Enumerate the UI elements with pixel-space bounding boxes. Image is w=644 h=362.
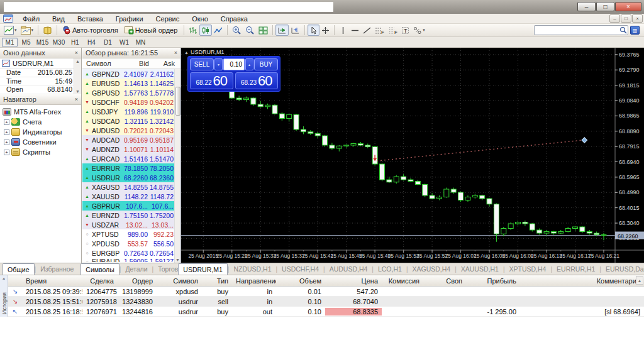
volume-input[interactable] bbox=[223, 58, 245, 70]
timeframe-m15[interactable]: M15 bbox=[35, 38, 50, 47]
minimize-button[interactable]: – bbox=[577, 2, 596, 11]
collapse-icon[interactable]: ▲ bbox=[184, 50, 189, 55]
history-column-4[interactable]: Тип bbox=[202, 277, 232, 285]
trendline-tool-button[interactable] bbox=[361, 25, 373, 36]
timeframe-mn[interactable]: MN bbox=[133, 38, 148, 47]
market-watch-column-ask[interactable]: Ask bbox=[149, 60, 175, 67]
buy-price-display[interactable]: 68.23 60 bbox=[235, 72, 279, 89]
chat-icon[interactable]: ▥ bbox=[630, 26, 640, 35]
tile-windows-button[interactable] bbox=[257, 25, 270, 36]
market-watch-row-eurgbp[interactable]: ○EURGBP0.726430.72654 bbox=[82, 248, 175, 258]
market-watch-row-eurrur[interactable]: ▲EURRUR78.185078.2050 bbox=[82, 163, 175, 173]
volume-increase-button[interactable]: ▴ bbox=[245, 58, 253, 70]
timeframe-m30[interactable]: M30 bbox=[51, 38, 67, 47]
history-center-button[interactable] bbox=[41, 25, 54, 36]
market-watch-row-usdcad[interactable]: ▲USDCAD1.321151.32142 bbox=[82, 116, 175, 126]
close-icon[interactable]: × bbox=[75, 96, 78, 102]
menu-item-2[interactable]: Вставка bbox=[71, 14, 109, 23]
scroll-up-icon[interactable]: ▲ bbox=[75, 59, 80, 63]
history-scroll-up[interactable]: ▲ bbox=[636, 276, 643, 285]
market-watch-row-gbprur[interactable]: ▲GBPRUR107.6...107.6... bbox=[82, 201, 175, 211]
market-watch-row-xpdusd[interactable]: ○XPDUSD553.57556.50 bbox=[82, 239, 175, 248]
data-window-header[interactable]: Окно данных × bbox=[0, 48, 81, 58]
chart-tab-usdchf-h4[interactable]: USDCHF,H4 bbox=[277, 263, 323, 275]
chart-tab-xauusd-h1[interactable]: XAUUSD,H1 bbox=[457, 263, 503, 275]
history-column-5[interactable]: Направление bbox=[232, 277, 276, 285]
volume-decrease-button[interactable]: ▾ bbox=[214, 58, 223, 70]
timeframe-m5[interactable]: M5 bbox=[18, 38, 34, 47]
navigator-tab-1[interactable]: Избранное bbox=[36, 263, 78, 275]
market-watch-header[interactable]: Обзор рынка: 16:21:55 × bbox=[82, 48, 180, 58]
history-row-2[interactable]: ↖2015.08.25 16:18:551207697113244816usdr… bbox=[8, 307, 644, 317]
chart-tab-eurrur-h1[interactable]: EURRUR,H1 bbox=[552, 263, 599, 275]
history-row-1[interactable]: ↘2015.08.25 15:51:041207591813243830usdr… bbox=[8, 297, 644, 307]
zoom-out-button[interactable] bbox=[243, 25, 257, 36]
menu-item-6[interactable]: Справка bbox=[214, 14, 254, 23]
scroll-down-icon[interactable]: ▼ bbox=[75, 89, 80, 94]
menu-item-5[interactable]: Окно bbox=[186, 14, 214, 23]
child-close-button[interactable]: × bbox=[632, 14, 643, 23]
chart-tab-usdrur-m1[interactable]: USDRUR,M1 bbox=[178, 263, 227, 275]
expand-icon[interactable]: + bbox=[4, 129, 9, 135]
market-watch-row-usdjpy[interactable]: ▲USDJPY119.896119.910 bbox=[82, 107, 175, 116]
market-watch-row-eurnzd[interactable]: ▲EURNZD1.751501.75200 bbox=[82, 211, 175, 220]
market-watch-tab-1[interactable]: Детали bbox=[121, 263, 152, 275]
navigator-root[interactable]: MT5 Alfa-Forex bbox=[3, 107, 81, 117]
navigator-header[interactable]: Навигатор × bbox=[0, 94, 81, 105]
data-window-scrollbar[interactable]: ▲ ▼ bbox=[74, 58, 81, 94]
market-watch-scrollbar[interactable]: ▼ bbox=[174, 69, 180, 263]
zoom-in-button[interactable] bbox=[230, 25, 243, 36]
market-watch-column-символ[interactable]: Символ bbox=[82, 60, 120, 67]
market-watch-row-audcad[interactable]: ▼AUDCAD0.951690.95187 bbox=[82, 135, 175, 145]
market-watch-row-xptusd[interactable]: ○XPTUSD989.00992.23 bbox=[82, 229, 175, 239]
market-watch-row-euraud[interactable]: ○EURAUD1.590051.59127 bbox=[82, 258, 175, 262]
chart-tab-eurusd-daily[interactable]: EURUSD,Daily bbox=[601, 263, 644, 275]
sell-button[interactable]: SELL bbox=[190, 58, 214, 70]
crosshair-tool-button[interactable] bbox=[319, 25, 331, 36]
scrollbar-thumb[interactable] bbox=[175, 87, 180, 116]
child-restore-button[interactable]: □ bbox=[621, 14, 631, 23]
chart-area[interactable]: ▲ USDRUR,M1 SELL ▾ ▴ BUY 68.22 60 68.23 … bbox=[181, 48, 644, 263]
market-watch-row-eurusd[interactable]: ▲EURUSD1.146131.14625 bbox=[82, 79, 175, 88]
fibonacci-tool-button[interactable]: F bbox=[373, 25, 386, 36]
chart-tab-nzdusd-h1[interactable]: NZDUSD,H1 bbox=[229, 263, 275, 275]
navigator-item-scripts[interactable]: +Скрипты bbox=[4, 147, 81, 157]
grid-tool-button[interactable]: F bbox=[386, 25, 399, 36]
navigator-item-experts[interactable]: +Советники bbox=[4, 137, 81, 147]
chart-shift-button[interactable] bbox=[289, 25, 302, 36]
chart-tab-lco-h1[interactable]: LCO,H1 bbox=[374, 263, 406, 275]
expand-icon[interactable]: + bbox=[4, 150, 9, 155]
history-column-2[interactable]: Ордер bbox=[118, 277, 157, 285]
history-column-8[interactable]: Комиссия bbox=[382, 277, 423, 285]
market-watch-row-gbpusd[interactable]: ▲GBPUSD1.577631.57778 bbox=[82, 88, 175, 97]
history-column-9[interactable]: Своп bbox=[423, 277, 466, 285]
profiles-button[interactable]: ▾ bbox=[19, 25, 36, 36]
market-watch-row-usdrur[interactable]: ▲USDRUR68.226068.2360 bbox=[82, 173, 175, 182]
market-watch-row-xagusd[interactable]: ▲XAGUSD14.825514.8755 bbox=[82, 182, 175, 192]
navigator-item-accounts[interactable]: +Счета bbox=[4, 117, 81, 127]
navigator-tab-0[interactable]: Общие bbox=[3, 263, 35, 275]
menu-item-3[interactable]: Графики bbox=[109, 14, 150, 23]
autotrade-button[interactable]: Авто-торговля bbox=[60, 25, 122, 36]
timeframe-d1[interactable]: D1 bbox=[100, 38, 116, 47]
market-watch-row-usdzar[interactable]: ▼USDZAR13.02...13.03... bbox=[82, 220, 175, 229]
expand-icon[interactable]: + bbox=[4, 119, 9, 125]
market-watch-column-bid[interactable]: Bid bbox=[120, 60, 149, 67]
market-watch-row-gbpnzd[interactable]: ▲GBPNZD2.410972.41162 bbox=[82, 69, 175, 79]
market-watch-row-eurcad[interactable]: ▲EURCAD1.514161.51470 bbox=[82, 154, 175, 163]
child-minimize-button[interactable]: – bbox=[609, 14, 620, 23]
scroll-down-icon[interactable]: ▼ bbox=[175, 258, 180, 262]
maximize-button[interactable]: □ bbox=[596, 2, 614, 11]
menu-item-1[interactable]: Вид bbox=[46, 14, 71, 23]
history-row-0[interactable]: ↘2015.08.25 09:39:551206477513198999xpdu… bbox=[8, 287, 644, 297]
new-order-button[interactable]: Новый ордер bbox=[122, 25, 182, 36]
history-column-3[interactable]: Символ bbox=[157, 277, 202, 285]
history-column-1[interactable]: Сделка bbox=[82, 277, 118, 285]
market-watch-row-audusd[interactable]: ▼AUDUSD0.720210.72043 bbox=[82, 126, 175, 135]
timeframe-w1[interactable]: W1 bbox=[116, 38, 132, 47]
data-window-symbol-row[interactable]: USDRUR,M1 bbox=[0, 58, 81, 69]
history-column-11[interactable]: Комментарий bbox=[520, 277, 644, 285]
chart-tab-audusd-h4[interactable]: AUDUSD,H4 bbox=[325, 263, 372, 275]
history-column-0[interactable]: Время bbox=[22, 277, 82, 285]
auto-scroll-button[interactable] bbox=[275, 25, 289, 36]
